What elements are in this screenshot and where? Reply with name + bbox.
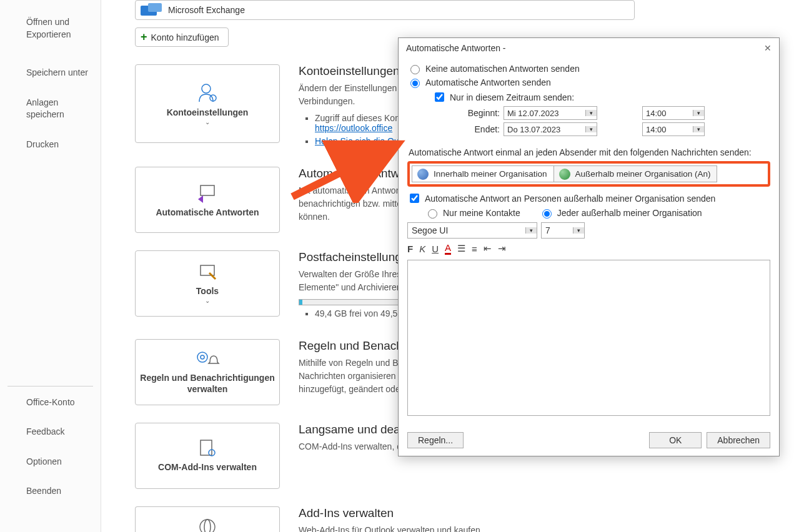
automatic-replies-dialog: Automatische Antworten - ✕ Keine automat… xyxy=(398,37,780,456)
radio-label: Keine automatischen Antworten senden xyxy=(425,64,580,74)
quota-bar xyxy=(299,299,399,305)
begin-date-combo[interactable]: Mi 12.07.2023▾ xyxy=(504,106,597,120)
font-color-icon[interactable]: A xyxy=(445,242,451,255)
sidebar-item-save-as[interactable]: Speichern unter xyxy=(0,62,101,84)
format-toolbar: F K U A ☰ ≡ ⇤ ⇥ xyxy=(407,242,770,255)
sidebar-item-feedback[interactable]: Feedback xyxy=(0,421,101,443)
account-selector[interactable]: Microsoft Exchange xyxy=(135,0,635,20)
sidebar-item-exit[interactable]: Beenden xyxy=(0,480,101,503)
globe-icon xyxy=(197,516,218,533)
svg-point-2 xyxy=(202,84,211,93)
underline-icon[interactable]: U xyxy=(432,244,439,254)
svg-point-10 xyxy=(200,520,215,533)
tile-rules-alerts[interactable]: Regeln und Benachrichtigungen verwalten xyxy=(135,339,280,405)
begin-time-combo[interactable]: 14:00▾ xyxy=(642,106,705,120)
radio-no-auto-reply[interactable] xyxy=(410,65,420,74)
callout-arrow xyxy=(286,134,411,203)
number-list-icon[interactable]: ≡ xyxy=(472,244,477,254)
person-gear-icon xyxy=(197,82,218,103)
tile-label: Regeln und Benachrichtigungen verwalten xyxy=(136,372,279,395)
dropdown-icon[interactable]: ▾ xyxy=(573,227,584,234)
envelope-reply-icon xyxy=(197,182,218,203)
tile-account-settings[interactable]: Kontoeinstellungen ⌄ xyxy=(135,64,280,143)
tab-outside-org[interactable]: Außerhalb meiner Organisation (An) xyxy=(553,165,718,182)
check-reply-outside[interactable] xyxy=(410,194,419,203)
ends-label: Endet: xyxy=(450,124,500,134)
svg-line-12 xyxy=(292,144,399,197)
tools-icon xyxy=(197,263,218,282)
tile-label: Kontoeinstellungen xyxy=(167,107,249,118)
outdent-icon[interactable]: ⇤ xyxy=(484,243,492,254)
font-size-combo[interactable]: 7▾ xyxy=(541,222,585,239)
svg-rect-4 xyxy=(201,185,214,195)
section-desc: Web-Add-Ins für Outlook verwalten und ka… xyxy=(299,524,611,532)
dropdown-icon[interactable]: ▾ xyxy=(585,126,597,132)
tile-label: Automatische Antworten xyxy=(156,207,259,218)
font-family-combo[interactable]: Segoe UI▾ xyxy=(407,222,537,239)
close-icon[interactable]: ✕ xyxy=(764,43,772,53)
sidebar-item-office-account[interactable]: Office-Konto xyxy=(0,392,101,414)
ok-button[interactable]: OK xyxy=(649,432,702,448)
add-account-label: Konto hinzufügen xyxy=(151,32,219,42)
account-type-label: Microsoft Exchange xyxy=(168,5,245,15)
svg-rect-5 xyxy=(201,265,214,275)
outlook-web-link[interactable]: https://outlook.office xyxy=(315,123,392,133)
radio-label: Jeder außerhalb meiner Organisation xyxy=(557,208,702,218)
svg-point-11 xyxy=(204,520,211,533)
sidebar-item-options[interactable]: Optionen xyxy=(0,451,101,473)
sidebar: Öffnen und Exportieren Speichern unter A… xyxy=(0,0,101,532)
check-label: Nur in diesem Zeitraum senden: xyxy=(450,92,574,102)
dropdown-icon[interactable]: ▾ xyxy=(693,110,704,116)
begins-label: Beginnt: xyxy=(450,108,500,118)
end-date-combo[interactable]: Do 13.07.2023▾ xyxy=(504,122,597,136)
svg-point-6 xyxy=(197,352,207,362)
divider xyxy=(7,386,93,387)
svg-rect-8 xyxy=(201,440,212,455)
check-only-period[interactable] xyxy=(435,92,444,102)
radio-label: Nur meine Kontakte xyxy=(443,208,520,218)
tile-label: Tools xyxy=(196,285,219,297)
dialog-title: Automatische Antworten - xyxy=(406,43,506,53)
tile-label: COM-Add-Ins verwalten xyxy=(158,461,257,473)
radio-send-auto-reply[interactable] xyxy=(410,79,420,88)
tab-inside-org[interactable]: Innerhalb meiner Organisation xyxy=(412,165,553,182)
indent-icon[interactable]: ⇥ xyxy=(498,243,506,254)
check-label: Automatische Antwort an Personen außerha… xyxy=(425,194,715,204)
info-line: Automatische Antwort einmal an jeden Abs… xyxy=(409,147,770,157)
addins-icon xyxy=(197,439,218,458)
radio-only-contacts[interactable] xyxy=(428,209,437,219)
svg-rect-1 xyxy=(148,3,162,12)
org-tabs-highlight: Innerhalb meiner Organisation Außerhalb … xyxy=(407,161,770,187)
tile-manage-addins[interactable] xyxy=(135,506,280,532)
tile-tools[interactable]: Tools ⌄ xyxy=(135,250,280,317)
radio-everyone-outside[interactable] xyxy=(542,209,552,219)
dropdown-icon[interactable]: ▾ xyxy=(525,227,537,234)
radio-label: Automatische Antworten senden xyxy=(425,77,551,87)
chevron-down-icon: ⌄ xyxy=(205,297,210,304)
tile-com-addins[interactable]: COM-Add-Ins verwalten xyxy=(135,423,280,489)
chevron-down-icon: ⌄ xyxy=(205,119,210,126)
cancel-button[interactable]: Abbrechen xyxy=(707,432,770,448)
bold-icon[interactable]: F xyxy=(407,244,413,254)
sidebar-item-open-export[interactable]: Öffnen und Exportieren xyxy=(0,11,101,46)
rules-button[interactable]: Regeln... xyxy=(407,432,464,448)
add-account-button[interactable]: + Konto hinzufügen xyxy=(135,27,229,47)
tile-automatic-replies[interactable]: Automatische Antworten xyxy=(135,167,280,233)
sidebar-item-save-attachments[interactable]: Anlagen speichern xyxy=(0,92,101,126)
dropdown-icon[interactable]: ▾ xyxy=(585,110,597,116)
end-time-combo[interactable]: 14:00▾ xyxy=(642,122,705,136)
bullet-list-icon[interactable]: ☰ xyxy=(457,243,465,254)
italic-icon[interactable]: K xyxy=(419,244,425,254)
sidebar-item-print[interactable]: Drucken xyxy=(0,134,101,156)
svg-point-7 xyxy=(201,355,204,359)
dropdown-icon[interactable]: ▾ xyxy=(693,126,704,132)
exchange-icon xyxy=(141,3,162,17)
plus-icon: + xyxy=(141,31,147,44)
gear-bell-icon xyxy=(195,350,220,368)
section-title: Add-Ins verwalten xyxy=(299,506,611,520)
message-editor[interactable] xyxy=(407,260,770,416)
